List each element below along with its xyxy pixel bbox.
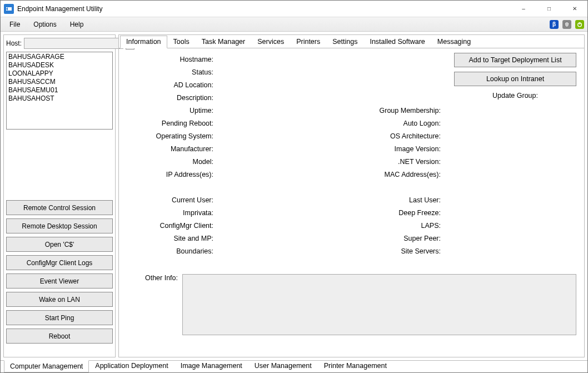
tab-tools[interactable]: Tools [167, 36, 196, 48]
host-item[interactable]: BAHUSASCCM [8, 78, 111, 86]
tab-printers[interactable]: Printers [290, 36, 326, 48]
uptime-label: Uptime: [127, 107, 216, 115]
host-item[interactable]: BAHUSAEMU01 [8, 86, 111, 95]
remote-desktop-button[interactable]: Remote Desktop Session [6, 218, 113, 233]
open-c-button[interactable]: Open 'C$' [6, 237, 113, 252]
description-label: Description: [127, 94, 216, 102]
content-area: Host: BAHUSAGARAGE BAHUSADESK LOONALAPPY… [1, 32, 587, 360]
ip-label: IP Address(es): [127, 171, 216, 178]
shield-icon[interactable] [562, 20, 571, 29]
manufacturer-label: Manufacturer: [127, 145, 216, 153]
pending-reboot-label: Pending Reboot: [127, 120, 216, 127]
bottom-tabstrip: Computer Management Application Deployme… [1, 360, 587, 372]
menu-help[interactable]: Help [64, 19, 89, 29]
menu-bar: File Options Help β [1, 17, 587, 32]
info-actions-column: Add to Target Deployment List Lookup on … [454, 53, 576, 257]
image-version-label: Image Version: [293, 145, 443, 153]
os-arch-label: OS Architecture: [293, 132, 443, 140]
tab-installed-software[interactable]: Installed Software [363, 36, 431, 48]
event-viewer-button[interactable]: Event Viewer [6, 273, 113, 289]
top-tabs: Information Tools Task Manager Services … [119, 35, 584, 48]
update-group-label: Update Group: [454, 92, 576, 100]
host-item[interactable]: LOONALAPPY [8, 69, 111, 78]
other-info-textarea[interactable] [182, 274, 576, 335]
tab-task-manager[interactable]: Task Manager [196, 36, 252, 48]
cfgmgr-client-label: ConfigMgr Client: [127, 222, 216, 230]
app-icon [4, 4, 14, 14]
maximize-button[interactable]: □ [536, 1, 562, 17]
group-membership-label: Group Membership: [293, 107, 443, 115]
information-tab-body: Hostname: Status: AD Location: Descripti… [119, 48, 584, 357]
other-info-label: Other Info: [127, 274, 182, 355]
boundaries-label: Boundaries: [127, 247, 216, 255]
auto-logon-label: Auto Logon: [293, 120, 443, 127]
os-label: Operating System: [127, 132, 216, 140]
site-mp-label: Site and MP: [127, 235, 216, 242]
mac-label: MAC Address(es): [293, 171, 443, 178]
site-servers-label: Site Servers: [293, 247, 443, 255]
last-user-label: Last User: [293, 196, 443, 204]
remote-control-button[interactable]: Remote Control Session [6, 200, 113, 215]
tab-messaging[interactable]: Messaging [431, 36, 477, 48]
right-panel: Information Tools Task Manager Services … [118, 34, 585, 357]
add-target-button[interactable]: Add to Target Deployment List [454, 53, 576, 67]
laps-label: LAPS: [293, 222, 443, 230]
host-item[interactable]: BAHUSAGARAGE [8, 53, 111, 61]
btab-user-management[interactable]: User Management [248, 360, 318, 372]
deep-freeze-label: Deep Freeze: [293, 209, 443, 217]
title-bar: Endpoint Management Utility – □ ✕ [1, 1, 587, 17]
window-controls: – □ ✕ [511, 1, 587, 17]
menu-options[interactable]: Options [28, 19, 62, 29]
info-right-column: Group Membership: Auto Logon: OS Archite… [293, 53, 443, 257]
model-label: Model: [127, 158, 216, 166]
host-item[interactable]: BAHUSAHOST [8, 95, 111, 103]
btab-image-management[interactable]: Image Management [175, 360, 248, 372]
btab-printer-management[interactable]: Printer Management [318, 360, 393, 372]
menu-file[interactable]: File [4, 19, 26, 29]
tab-information[interactable]: Information [120, 36, 167, 48]
close-button[interactable]: ✕ [562, 1, 587, 17]
beta-icon[interactable]: β [550, 20, 559, 29]
minimize-button[interactable]: – [511, 1, 536, 17]
ad-location-label: AD Location: [127, 81, 216, 89]
left-panel: Host: BAHUSAGARAGE BAHUSADESK LOONALAPPY… [3, 34, 116, 357]
status-label: Status: [127, 68, 216, 76]
hostname-label: Hostname: [127, 56, 216, 63]
wol-button[interactable]: Wake on LAN [6, 292, 113, 307]
main-window: Endpoint Management Utility – □ ✕ File O… [0, 0, 588, 373]
info-left-column: Hostname: Status: AD Location: Descripti… [127, 53, 282, 257]
start-ping-button[interactable]: Start Ping [6, 310, 113, 325]
host-label: Host: [6, 39, 22, 47]
current-user-label: Current User: [127, 196, 216, 204]
power-icon[interactable] [575, 20, 584, 29]
btab-computer-management[interactable]: Computer Management [4, 360, 89, 372]
tab-settings[interactable]: Settings [326, 36, 363, 48]
host-listbox[interactable]: BAHUSAGARAGE BAHUSADESK LOONALAPPY BAHUS… [6, 52, 113, 130]
host-item[interactable]: BAHUSADESK [8, 61, 111, 69]
lookup-intranet-button[interactable]: Lookup on Intranet [454, 72, 576, 86]
tab-services[interactable]: Services [251, 36, 290, 48]
super-peer-label: Super Peer: [293, 235, 443, 242]
reboot-button[interactable]: Reboot [6, 329, 113, 344]
imprivata-label: Imprivata: [127, 209, 216, 217]
net-version-label: .NET Version: [293, 158, 443, 166]
btab-application-deployment[interactable]: Application Deployment [89, 360, 174, 372]
host-input[interactable] [24, 38, 123, 49]
window-title: Endpoint Management Utility [17, 5, 511, 13]
cfgmgr-logs-button[interactable]: ConfigMgr Client Logs [6, 255, 113, 270]
